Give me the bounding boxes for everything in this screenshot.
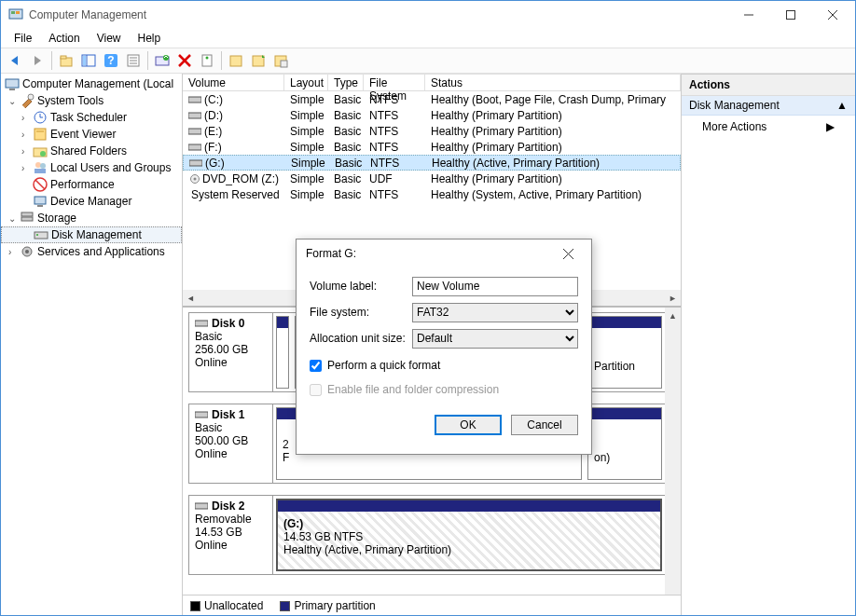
svg-point-60 bbox=[194, 177, 197, 180]
show-hide-tree-button[interactable] bbox=[78, 50, 99, 71]
disk-legend: Unallocated Primary partition bbox=[183, 595, 681, 615]
menubar: File Action View Help bbox=[1, 29, 855, 48]
menu-action[interactable]: Action bbox=[41, 30, 87, 47]
tree-storage[interactable]: ⌄Storage bbox=[1, 210, 182, 226]
menu-help[interactable]: Help bbox=[131, 30, 169, 47]
tree-shared-folders[interactable]: ›Shared Folders bbox=[1, 143, 182, 159]
actions-section[interactable]: Disk Management ▲ bbox=[682, 96, 855, 116]
svg-rect-57 bbox=[188, 144, 201, 150]
menu-view[interactable]: View bbox=[90, 30, 129, 47]
close-button[interactable] bbox=[811, 1, 853, 29]
tree-system-tools[interactable]: ⌄System Tools bbox=[1, 92, 182, 109]
app-icon bbox=[8, 7, 23, 22]
scroll-up-icon[interactable]: ▲ bbox=[665, 308, 681, 323]
event-icon bbox=[33, 127, 48, 142]
disk-1-header: Disk 1 Basic 500.00 GB Online bbox=[189, 404, 273, 483]
volume-row[interactable]: System ReservedSimpleBasicNTFSHealthy (S… bbox=[183, 186, 681, 202]
forward-button[interactable] bbox=[27, 50, 48, 71]
up-button[interactable] bbox=[56, 50, 76, 71]
volume-row[interactable]: (C:)SimpleBasicNTFSHealthy (Boot, Page F… bbox=[183, 91, 681, 107]
actions-more[interactable]: More Actions ▶ bbox=[682, 116, 855, 138]
tree-event-viewer[interactable]: ›Event Viewer bbox=[1, 126, 182, 143]
file-system-select[interactable]: FAT32 bbox=[412, 303, 578, 322]
scroll-right-icon[interactable]: ► bbox=[665, 290, 681, 306]
tree-services[interactable]: ›Services and Applications bbox=[1, 243, 182, 260]
expand-icon[interactable]: ⌄ bbox=[8, 213, 20, 224]
volume-row[interactable]: DVD_ROM (Z:)SimpleBasicUDFHealthy (Prima… bbox=[183, 171, 681, 186]
svg-marker-28 bbox=[262, 55, 265, 58]
svg-point-40 bbox=[40, 151, 46, 157]
svg-rect-55 bbox=[188, 113, 201, 118]
volume-row[interactable]: (F:)SimpleBasicNTFSHealthy (Primary Part… bbox=[183, 139, 681, 155]
svg-rect-43 bbox=[35, 169, 46, 173]
svg-rect-4 bbox=[786, 11, 794, 20]
tool-button-3[interactable] bbox=[270, 50, 291, 71]
maximize-button[interactable] bbox=[769, 1, 811, 29]
delete-button[interactable] bbox=[174, 50, 195, 71]
svg-rect-47 bbox=[37, 205, 43, 207]
shared-folder-icon bbox=[33, 144, 48, 158]
tree-root[interactable]: Computer Management (Local bbox=[1, 75, 182, 92]
disk-2-partition-g[interactable]: (G:)14.53 GB NTFSHealthy (Active, Primar… bbox=[276, 499, 662, 571]
col-type[interactable]: Type bbox=[328, 74, 364, 90]
legend-unallocated-swatch bbox=[190, 601, 200, 611]
tree-local-users[interactable]: ›Local Users and Groups bbox=[1, 159, 182, 176]
tree-task-scheduler[interactable]: ›Task Scheduler bbox=[1, 109, 182, 126]
dialog-close-button[interactable] bbox=[554, 249, 582, 259]
help-button[interactable]: ? bbox=[101, 50, 121, 71]
tree-performance[interactable]: Performance bbox=[1, 176, 182, 193]
dialog-titlebar[interactable]: Format G: bbox=[297, 240, 591, 267]
volume-label-input[interactable] bbox=[412, 277, 578, 296]
actions-pane: Actions Disk Management ▲ More Actions ▶ bbox=[682, 74, 855, 615]
svg-rect-31 bbox=[6, 79, 19, 88]
properties-button[interactable] bbox=[123, 50, 144, 71]
volume-table-body: (C:)SimpleBasicNTFSHealthy (Boot, Page F… bbox=[183, 91, 681, 202]
col-fs[interactable]: File System bbox=[364, 74, 425, 90]
volume-row[interactable]: (E:)SimpleBasicNTFSHealthy (Primary Part… bbox=[183, 123, 681, 139]
file-system-label: File system: bbox=[310, 306, 412, 319]
svg-rect-46 bbox=[35, 197, 46, 204]
tree-device-manager[interactable]: Device Manager bbox=[1, 193, 182, 210]
expand-icon[interactable]: › bbox=[21, 163, 33, 173]
tool-button-2[interactable] bbox=[248, 50, 269, 71]
allocation-unit-label: Allocation unit size: bbox=[310, 332, 412, 345]
disk-vscrollbar[interactable]: ▲ bbox=[665, 308, 681, 595]
tool-button-1[interactable] bbox=[226, 50, 246, 71]
cancel-button[interactable]: Cancel bbox=[511, 415, 578, 435]
svg-rect-2 bbox=[16, 11, 20, 14]
menu-file[interactable]: File bbox=[7, 30, 39, 47]
expand-icon[interactable]: › bbox=[21, 146, 33, 157]
services-icon bbox=[20, 244, 35, 259]
refresh-button[interactable] bbox=[152, 50, 173, 71]
expand-icon[interactable]: › bbox=[21, 113, 33, 123]
quick-format-checkbox[interactable] bbox=[310, 360, 322, 372]
svg-point-41 bbox=[35, 162, 41, 168]
svg-rect-62 bbox=[195, 321, 208, 326]
disk-0-header: Disk 0 Basic 256.00 GB Online bbox=[189, 313, 273, 391]
disk-mgmt-icon bbox=[34, 227, 48, 242]
col-volume[interactable]: Volume bbox=[183, 74, 284, 90]
scroll-left-icon[interactable]: ◄ bbox=[183, 290, 199, 306]
settings-button[interactable] bbox=[197, 50, 217, 71]
minimize-button[interactable] bbox=[727, 1, 769, 29]
collapse-icon[interactable]: ▲ bbox=[836, 99, 848, 112]
volume-row[interactable]: (D:)SimpleBasicNTFSHealthy (Primary Part… bbox=[183, 107, 681, 123]
col-layout[interactable]: Layout bbox=[284, 74, 328, 90]
expand-icon[interactable]: › bbox=[21, 130, 33, 140]
tree-disk-management[interactable]: Disk Management bbox=[1, 226, 182, 243]
col-status[interactable]: Status bbox=[425, 74, 681, 90]
quick-format-label: Perform a quick format bbox=[327, 359, 440, 372]
back-button[interactable] bbox=[5, 50, 25, 71]
volume-row[interactable]: (G:)SimpleBasicNTFSHealthy (Active, Prim… bbox=[183, 155, 681, 171]
expand-icon[interactable]: ⌄ bbox=[8, 96, 20, 106]
svg-text:?: ? bbox=[107, 54, 114, 67]
svg-rect-50 bbox=[35, 232, 48, 239]
disk-2-header: Disk 2 Removable 14.53 GB Online bbox=[189, 496, 273, 574]
ok-button[interactable]: OK bbox=[435, 415, 502, 435]
svg-point-42 bbox=[40, 163, 46, 169]
disk-2-box[interactable]: Disk 2 Removable 14.53 GB Online (G:)14.… bbox=[188, 495, 666, 575]
users-icon bbox=[33, 160, 48, 175]
allocation-unit-select[interactable]: Default bbox=[412, 329, 578, 349]
expand-icon[interactable]: › bbox=[8, 247, 20, 257]
actions-header: Actions bbox=[682, 75, 855, 96]
